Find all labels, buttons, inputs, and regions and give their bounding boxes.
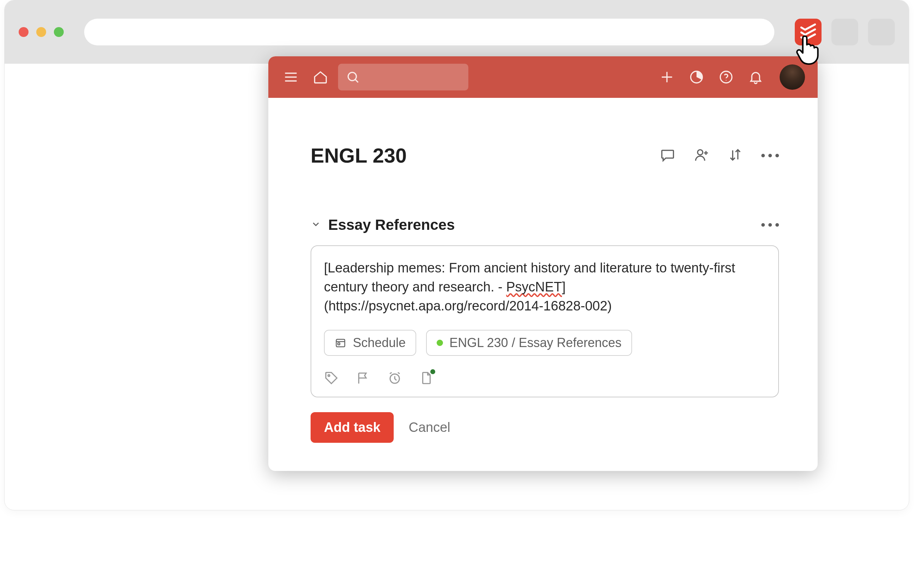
app-header	[268, 56, 818, 98]
label-icon[interactable]	[324, 371, 339, 387]
priority-flag-icon[interactable]	[356, 371, 370, 387]
schedule-label: Schedule	[353, 335, 406, 350]
user-avatar[interactable]	[780, 64, 805, 90]
todoist-popup: ENGL 230 Essay References	[268, 56, 818, 471]
task-editor: [Leadership memes: From ancient history …	[311, 245, 779, 397]
notifications-icon[interactable]	[746, 67, 765, 87]
more-icon[interactable]	[761, 154, 779, 157]
schedule-chip[interactable]: Schedule	[324, 330, 416, 356]
svg-rect-15	[338, 343, 340, 345]
chevron-down-icon[interactable]	[311, 219, 321, 231]
svg-point-9	[726, 80, 726, 80]
sort-icon[interactable]	[727, 147, 743, 164]
add-task-button[interactable]: Add task	[311, 412, 394, 443]
extension-placeholder-2[interactable]	[868, 19, 895, 46]
pointer-cursor-icon	[795, 33, 823, 65]
svg-point-16	[328, 375, 330, 376]
section-title: Essay References	[328, 216, 455, 233]
svg-point-10	[698, 150, 703, 155]
comment-icon[interactable]	[660, 147, 675, 164]
section-header: Essay References	[311, 216, 779, 233]
project-chip[interactable]: ENGL 230 / Essay References	[426, 330, 632, 356]
task-input[interactable]: [Leadership memes: From ancient history …	[324, 259, 765, 316]
browser-toolbar	[5, 0, 909, 64]
address-bar[interactable]	[84, 19, 774, 46]
extension-placeholder-1[interactable]	[831, 19, 858, 46]
project-header: ENGL 230	[311, 144, 779, 167]
window-controls	[19, 27, 64, 37]
minimize-window-button[interactable]	[36, 27, 46, 37]
cancel-button[interactable]: Cancel	[408, 420, 450, 435]
productivity-icon[interactable]	[686, 67, 706, 87]
close-window-button[interactable]	[19, 27, 28, 37]
project-title: ENGL 230	[311, 144, 407, 167]
attachment-indicator-dot	[430, 369, 435, 374]
content-area: ENGL 230 Essay References	[268, 98, 818, 471]
help-icon[interactable]	[716, 67, 736, 87]
section-more-icon[interactable]	[761, 223, 779, 227]
maximize-window-button[interactable]	[54, 27, 64, 37]
project-color-dot	[437, 340, 443, 346]
share-icon[interactable]	[694, 147, 709, 164]
project-chip-label: ENGL 230 / Essay References	[449, 335, 621, 350]
svg-point-3	[348, 72, 356, 80]
attachment-icon[interactable]	[419, 371, 434, 387]
search-input[interactable]	[338, 64, 469, 90]
menu-icon[interactable]	[281, 67, 301, 87]
reminder-icon[interactable]	[387, 371, 402, 387]
svg-line-4	[356, 80, 359, 83]
quick-add-icon[interactable]	[657, 67, 677, 87]
home-icon[interactable]	[311, 67, 330, 87]
